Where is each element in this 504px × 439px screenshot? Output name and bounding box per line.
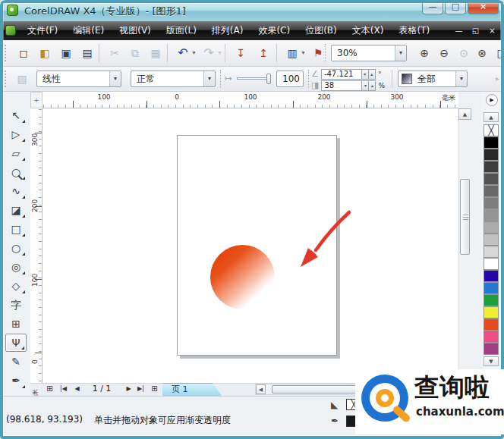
restore-button[interactable]: □ [445, 0, 466, 14]
doc-restore-button[interactable]: ◱ [469, 25, 482, 36]
doc-close-button[interactable]: × [486, 25, 499, 36]
palette-scroll-up[interactable]: ▲ [484, 112, 499, 122]
export-button[interactable]: ↥ [254, 44, 273, 62]
open-button[interactable]: ◧ [35, 44, 55, 62]
propbar-grip[interactable] [5, 71, 7, 87]
toolbox-pick-tool[interactable]: ↖ [5, 106, 27, 124]
color-swatch[interactable] [484, 197, 499, 209]
toolbar-grip[interactable] [5, 45, 7, 61]
menu-effects[interactable]: 效果(C) [252, 22, 296, 39]
color-swatch[interactable] [484, 161, 499, 173]
menu-view[interactable]: 视图(V) [113, 22, 157, 39]
doc-minimize-button[interactable]: — [452, 25, 465, 36]
zoom-out-button[interactable]: ⊖ [434, 44, 454, 62]
redo-dropdown[interactable]: ▾ [216, 44, 224, 62]
color-swatch[interactable] [484, 173, 499, 185]
menu-edit[interactable]: 编辑(E) [67, 22, 110, 39]
color-swatch[interactable] [484, 306, 499, 318]
color-swatch[interactable] [484, 221, 499, 234]
toolbox-text-tool[interactable]: 字 [5, 296, 27, 314]
midpoint-value-field[interactable]: 100 [276, 71, 304, 87]
color-swatch[interactable] [484, 270, 499, 282]
cut-button[interactable]: ✂ [105, 44, 124, 62]
edge-spin-down[interactable]: ▾ [362, 80, 369, 91]
next-page-button[interactable]: ▶ [123, 384, 134, 395]
toolbox-table-tool[interactable]: ⊞ [5, 315, 27, 333]
launcher-dropdown[interactable]: ▾ [299, 44, 307, 62]
chevron-down-icon[interactable]: ▾ [455, 71, 467, 86]
color-swatch[interactable] [484, 209, 499, 221]
toolbox-zoom-tool[interactable]: ○ [5, 163, 27, 181]
propbar-overflow-button[interactable]: ▸ [493, 70, 502, 88]
toolbox-smart-fill-tool[interactable]: ◪ [5, 201, 27, 219]
add-page-button[interactable]: ⊞ [44, 384, 55, 395]
first-page-button[interactable]: |◀ [58, 384, 69, 395]
toolbox-crop-tool[interactable]: ▱ [5, 144, 27, 162]
slider-handle[interactable] [266, 74, 271, 84]
menu-layout[interactable]: 版面(L) [160, 22, 203, 39]
drawing-canvas[interactable] [43, 108, 458, 383]
menu-text[interactable]: 文本(X) [346, 22, 390, 39]
last-page-button[interactable]: ▶| [135, 384, 146, 395]
color-swatch[interactable] [484, 282, 499, 294]
toolbox-outline-pen-tool[interactable]: ✒ [5, 372, 27, 390]
transparency-midpoint-slider[interactable] [237, 77, 270, 80]
menu-bitmaps[interactable]: 位图(B) [299, 22, 343, 39]
previous-page-button[interactable]: ◀ [71, 384, 83, 395]
color-swatch[interactable] [484, 234, 499, 246]
toolbox-shape-tool[interactable]: ▷ [5, 125, 27, 143]
menu-arrange[interactable]: 排列(A) [206, 22, 250, 39]
angle-spin-up[interactable]: ▴ [369, 69, 376, 80]
paste-button[interactable]: ▦ [146, 44, 165, 62]
toolbox-eyedropper-tool[interactable]: ✎ [5, 353, 27, 371]
undo-dropdown[interactable]: ▾ [190, 44, 198, 62]
palette-scroll-down[interactable]: ▼ [484, 356, 499, 366]
zoom-to-page-button[interactable]: ⊛ [472, 44, 492, 62]
toolbox-polygon-tool[interactable]: ◎ [5, 258, 27, 276]
toolbox-basic-shapes-tool[interactable]: ◇ [5, 277, 27, 295]
copy-button[interactable]: ⧉ [125, 44, 145, 62]
vertical-scroll-thumb[interactable] [460, 179, 470, 255]
close-button[interactable]: × [468, 0, 499, 14]
angle-spin-down[interactable]: ▾ [362, 69, 369, 80]
transparency-target-dropdown[interactable]: 全部 ▾ [398, 71, 468, 87]
import-button[interactable]: ↧ [231, 44, 250, 62]
ruler-origin-button[interactable]: + [30, 92, 43, 108]
edit-transparency-button[interactable]: ▧ [12, 70, 32, 88]
chevron-down-icon[interactable]: ▾ [395, 45, 406, 61]
gradient-angle-field[interactable]: -47.121 [321, 69, 362, 80]
zoom-actual-button[interactable]: ⊙ [454, 44, 474, 62]
color-swatch[interactable] [484, 136, 499, 149]
zoom-level-combo[interactable]: 30% ▾ [331, 45, 407, 61]
color-swatch[interactable] [484, 258, 499, 270]
transparency-operation-dropdown[interactable]: 正常 ▾ [131, 71, 216, 87]
edge-spin-up[interactable]: ▴ [369, 80, 376, 91]
color-swatch[interactable] [484, 343, 499, 355]
toolbox-ellipse-tool[interactable]: ○ [5, 239, 27, 257]
scroll-up-button[interactable]: ▲ [458, 108, 471, 120]
transparency-type-dropdown[interactable]: 线性 ▾ [36, 71, 121, 87]
add-page-button[interactable]: ⊞ [149, 384, 160, 395]
zoom-in-button[interactable]: ⊕ [414, 44, 434, 62]
color-swatch[interactable] [484, 149, 499, 161]
no-color-swatch[interactable]: ╳ [484, 124, 499, 136]
minimize-button[interactable]: — [422, 0, 443, 14]
menu-file[interactable]: 文件(F) [21, 22, 64, 39]
options-button[interactable]: ◨ [492, 44, 504, 62]
toolbox-freehand-tool[interactable]: ∿ [5, 182, 27, 200]
chevron-down-icon[interactable]: ▾ [203, 71, 215, 86]
horizontal-scroll-thumb[interactable] [272, 385, 364, 394]
toolbox-rectangle-tool[interactable]: □ [5, 220, 27, 238]
page-tab-1[interactable]: 页 1 [162, 383, 222, 396]
toolbox-transparency-tool[interactable]: Ψ [5, 334, 27, 352]
print-button[interactable]: ▤ [77, 44, 97, 62]
color-swatch[interactable] [484, 246, 499, 258]
palette-flyout-button[interactable]: ▶ [486, 94, 498, 106]
save-button[interactable]: ▣ [56, 44, 76, 62]
new-document-button[interactable]: ◻ [14, 44, 33, 62]
color-swatch[interactable] [484, 185, 499, 197]
chevron-down-icon[interactable]: ▾ [109, 71, 121, 86]
edge-pad-field[interactable]: 38 [321, 80, 362, 91]
color-swatch[interactable] [484, 294, 499, 306]
menu-table[interactable]: 表格(T) [392, 22, 436, 39]
